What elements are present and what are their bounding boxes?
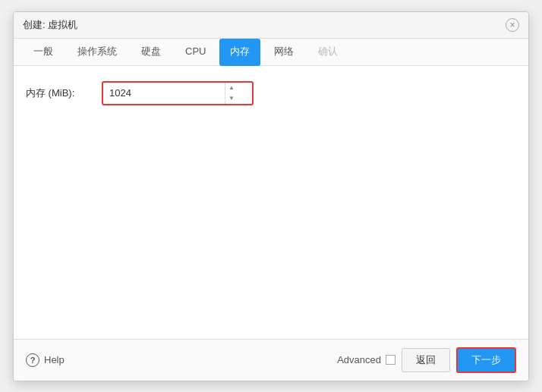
memory-form-row: 内存 (MiB): ▲ ▼ xyxy=(26,81,516,105)
next-button[interactable]: 下一步 xyxy=(456,347,516,373)
memory-input[interactable] xyxy=(103,84,225,102)
help-section[interactable]: ? Help xyxy=(26,353,65,367)
advanced-label: Advanced xyxy=(337,354,381,365)
tab-bar: 一般 操作系统 硬盘 CPU 内存 网络 确认 xyxy=(14,39,528,66)
memory-increment-button[interactable]: ▲ xyxy=(225,83,238,93)
advanced-checkbox[interactable] xyxy=(386,355,395,365)
dialog-titlebar: 创建: 虚拟机 × xyxy=(14,12,528,39)
memory-label: 内存 (MiB): xyxy=(26,86,102,100)
tab-general[interactable]: 一般 xyxy=(23,39,64,66)
memory-spinner: ▲ ▼ xyxy=(225,83,238,104)
memory-input-wrapper: ▲ ▼ xyxy=(102,81,254,105)
close-button[interactable]: × xyxy=(506,18,519,32)
tab-disk[interactable]: 硬盘 xyxy=(131,39,172,66)
memory-decrement-button[interactable]: ▼ xyxy=(225,93,238,104)
create-vm-dialog: 创建: 虚拟机 × 一般 操作系统 硬盘 CPU 内存 网络 确认 内存 (Mi… xyxy=(13,11,529,381)
tab-os[interactable]: 操作系统 xyxy=(67,39,128,66)
dialog-footer: ? Help Advanced 返回 下一步 xyxy=(14,339,528,381)
tab-confirm: 确认 xyxy=(307,39,348,66)
footer-actions: Advanced 返回 下一步 xyxy=(337,347,516,373)
close-icon: × xyxy=(509,20,515,30)
tab-memory[interactable]: 内存 xyxy=(219,39,260,66)
dialog-title: 创建: 虚拟机 xyxy=(23,18,77,32)
help-label: Help xyxy=(44,354,65,365)
tab-cpu[interactable]: CPU xyxy=(175,39,216,64)
back-button[interactable]: 返回 xyxy=(402,348,450,372)
help-icon: ? xyxy=(26,353,39,367)
tab-network[interactable]: 网络 xyxy=(263,39,304,66)
dialog-body: 内存 (MiB): ▲ ▼ xyxy=(14,66,528,339)
advanced-section: Advanced xyxy=(337,354,395,365)
